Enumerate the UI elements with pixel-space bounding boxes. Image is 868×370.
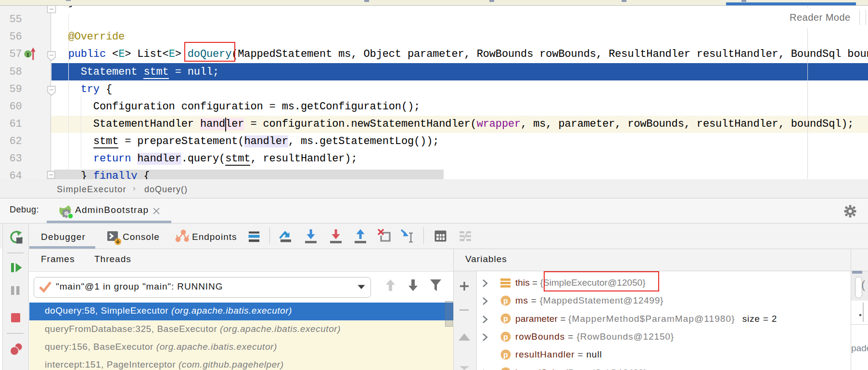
svg-text:p: p xyxy=(503,332,508,341)
svg-text:I: I xyxy=(26,51,29,58)
svg-text:p: p xyxy=(503,315,508,323)
svg-text:p: p xyxy=(503,297,508,305)
svg-text:p: p xyxy=(503,350,508,358)
